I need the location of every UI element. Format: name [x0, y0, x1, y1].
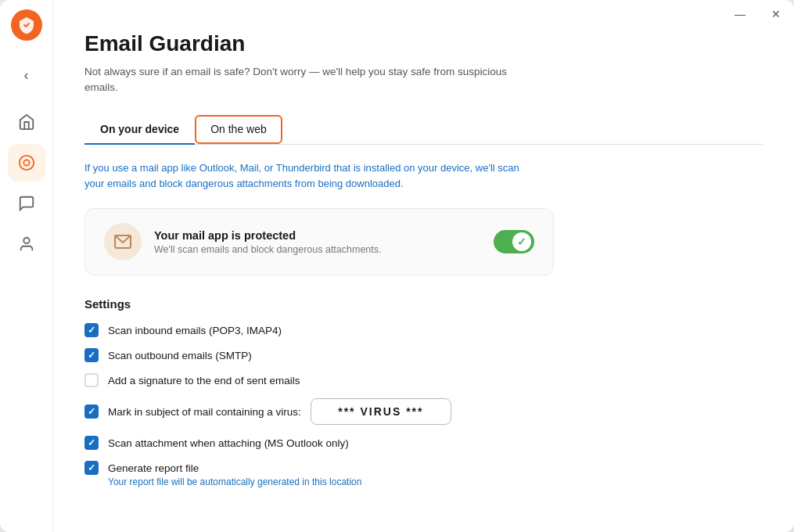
svg-point-1 — [23, 160, 29, 165]
app-window: — ✕ ‹ — [0, 0, 794, 532]
sidebar-item-chat[interactable] — [8, 185, 45, 222]
minimize-button[interactable]: — — [722, 0, 758, 28]
page-subtitle: Not always sure if an email is safe? Don… — [84, 64, 523, 96]
setting-item-scan-outbound: Scan outbound emails (SMTP) — [84, 348, 763, 362]
checkbox-mark-virus[interactable] — [84, 404, 99, 419]
setting-item-add-signature: Add a signature to the end of sent email… — [84, 373, 763, 387]
checkbox-scan-inbound[interactable] — [84, 323, 99, 337]
settings-title: Settings — [84, 297, 763, 311]
checkbox-scan-outbound[interactable] — [84, 348, 99, 362]
report-note: Your report file will be automatically g… — [84, 476, 763, 487]
mail-icon-wrap — [104, 223, 142, 261]
sidebar-item-user[interactable] — [8, 225, 45, 263]
protection-text: Your mail app is protected We'll scan em… — [154, 229, 481, 255]
protection-toggle[interactable]: ✓ — [494, 230, 534, 253]
toggle-knob: ✓ — [512, 232, 531, 251]
sidebar: ‹ — [0, 0, 53, 532]
protection-subtitle: We'll scan emails and block dangerous at… — [154, 244, 481, 255]
svg-point-2 — [23, 238, 29, 243]
titlebar: — ✕ — [722, 0, 794, 28]
close-button[interactable]: ✕ — [758, 0, 794, 28]
protection-card: Your mail app is protected We'll scan em… — [84, 208, 554, 275]
setting-label-mark-virus: Mark in subject of mail containing a vir… — [108, 406, 301, 418]
setting-item-mark-virus: Mark in subject of mail containing a vir… — [84, 398, 763, 425]
setting-item-scan-inbound: Scan inbound emails (POP3, IMAP4) — [84, 323, 763, 337]
tabs-container: On your device On the web — [84, 115, 763, 145]
sidebar-nav — [0, 103, 52, 532]
checkbox-add-signature[interactable] — [84, 373, 99, 387]
setting-label-scan-inbound: Scan inbound emails (POP3, IMAP4) — [108, 325, 282, 336]
virus-input[interactable] — [311, 398, 451, 425]
app-logo[interactable] — [11, 9, 42, 41]
toggle-wrap: ✓ — [494, 230, 534, 253]
settings-list: Scan inbound emails (POP3, IMAP4) Scan o… — [84, 323, 763, 487]
setting-item-scan-attachment: Scan attachment when attaching (MS Outlo… — [84, 436, 763, 450]
protection-title: Your mail app is protected — [154, 229, 481, 242]
tab-on-the-web[interactable]: On the web — [195, 115, 282, 144]
sidebar-item-guardian[interactable] — [8, 144, 45, 182]
setting-item-generate-report: Generate report file Your report file wi… — [84, 461, 763, 487]
info-text: If you use a mail app like Outlook, Mail… — [84, 160, 538, 193]
mail-icon — [113, 232, 132, 251]
setting-label-scan-outbound: Scan outbound emails (SMTP) — [108, 350, 252, 361]
setting-label-add-signature: Add a signature to the end of sent email… — [108, 375, 300, 386]
tab-on-your-device[interactable]: On your device — [84, 115, 195, 145]
back-button[interactable]: ‹ — [8, 56, 45, 94]
main-content: Email Guardian Not always sure if an ema… — [53, 0, 794, 532]
checkbox-scan-attachment[interactable] — [84, 436, 99, 450]
checkbox-generate-report[interactable] — [84, 461, 99, 475]
toggle-check-icon: ✓ — [517, 235, 526, 248]
setting-label-scan-attachment: Scan attachment when attaching (MS Outlo… — [108, 437, 349, 449]
back-icon: ‹ — [24, 67, 29, 84]
setting-label-generate-report: Generate report file — [108, 462, 199, 474]
content-area: Email Guardian Not always sure if an ema… — [53, 0, 794, 532]
sidebar-item-home[interactable] — [8, 103, 45, 141]
page-title: Email Guardian — [84, 31, 763, 56]
svg-point-0 — [19, 156, 33, 170]
